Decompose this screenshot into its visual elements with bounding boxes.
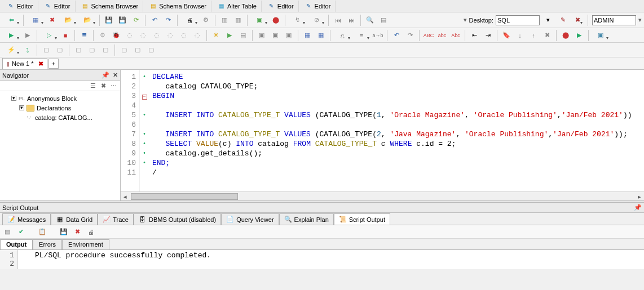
redo-button[interactable]: ↷ — [162, 14, 174, 26]
tbr2-undo[interactable]: ↶ — [390, 29, 403, 42]
last-button[interactable]: ⏭ — [345, 14, 358, 26]
undo-button[interactable]: ↶ — [148, 14, 161, 26]
dim-8[interactable]: ◌ — [191, 29, 204, 42]
tbr2-4[interactable]: ▣ — [255, 29, 268, 42]
scroll-thumb[interactable] — [131, 193, 238, 200]
rec-play-button[interactable]: ▶ — [573, 29, 585, 42]
sql-recall-button[interactable]: ▦▾ — [27, 14, 45, 26]
tree-declarations[interactable]: ▾ Declarations — [19, 103, 117, 113]
ot-check[interactable]: ✔ — [16, 227, 26, 237]
tb-6[interactable]: ⊘▾ — [307, 14, 325, 26]
collapse-icon[interactable]: ▾ — [11, 96, 16, 101]
rec-stop-button[interactable]: ⬤ — [559, 29, 572, 42]
dim-3[interactable]: ◌ — [123, 29, 136, 42]
tab-data-grid[interactable]: ▦Data Grid — [51, 213, 98, 225]
tab-editor-1[interactable]: ✎Editor — [2, 1, 38, 12]
desktop-opt2[interactable]: ✎ — [557, 14, 569, 26]
new-tab-button[interactable]: + — [48, 59, 59, 69]
first-button[interactable]: ⏮ — [332, 14, 344, 26]
doc-tab-new1[interactable]: ▮ New 1 * ✖ — [2, 58, 47, 69]
tb-2[interactable]: ▥ — [232, 14, 244, 26]
save-all-button[interactable]: 💾 — [116, 14, 129, 26]
subtab-errors[interactable]: Errors — [33, 239, 62, 249]
dim-4[interactable]: ◌ — [137, 29, 149, 42]
tbr2-10[interactable]: ≡▾ — [352, 29, 370, 42]
output-text[interactable]: PL/SQL procedure successfully completed. — [18, 250, 644, 269]
tab-trace[interactable]: 📈Trace — [98, 213, 134, 225]
tbr2-5[interactable]: ▣ — [269, 29, 281, 42]
tab-editor-2[interactable]: ✎Editor — [39, 1, 76, 12]
save-button[interactable]: 💾 — [103, 14, 115, 26]
tbr2-9[interactable]: ⎌▾ — [333, 29, 351, 42]
close-icon[interactable]: ✕ — [113, 72, 118, 79]
aux-9[interactable]: ▢ — [131, 44, 144, 56]
run-selected-button[interactable]: ▷▾ — [40, 29, 58, 42]
tbr2-7[interactable]: ▦ — [301, 29, 314, 42]
execute-button[interactable]: ▶▾ — [2, 29, 20, 42]
tbr2-last[interactable]: ▣▾ — [592, 29, 610, 42]
tbr2-3[interactable]: ▤ — [237, 29, 249, 42]
user-drop-icon[interactable]: ▾ — [638, 16, 642, 24]
bug-button[interactable]: 🐞 — [110, 29, 122, 42]
back-button[interactable]: ⇐▾ — [2, 14, 20, 26]
tb-3[interactable]: ▣▾ — [250, 14, 268, 26]
aux-7[interactable]: ▢ — [99, 44, 112, 56]
collapse-icon[interactable]: ▾ — [19, 105, 24, 110]
ot-clear[interactable]: ✖ — [72, 227, 82, 237]
options-button[interactable]: ⚙ — [200, 14, 212, 26]
bookmark-clear-button[interactable]: ✖ — [541, 29, 553, 42]
tbr2-redo[interactable]: ↷ — [404, 29, 416, 42]
open-recent-button[interactable]: 📂▾ — [78, 14, 96, 26]
nav-btn-2[interactable]: ✖ — [99, 82, 108, 90]
user-select[interactable] — [592, 15, 636, 25]
tb-5[interactable]: ↯▾ — [288, 14, 306, 26]
nav-btn-3[interactable]: ⋯ — [109, 82, 118, 90]
desktop-opt3[interactable]: ✖▾ — [571, 14, 584, 26]
horizontal-scrollbar[interactable]: ◂ ▸ — [121, 191, 644, 200]
aux-5[interactable]: ▢ — [72, 44, 85, 56]
tbr2-11[interactable]: a→b — [372, 29, 384, 42]
lowercase-button[interactable]: abc — [436, 29, 448, 42]
indent-button[interactable]: ⇥ — [482, 29, 494, 42]
aux-10[interactable]: ▢ — [145, 44, 157, 56]
aux-6[interactable]: ▢ — [86, 44, 98, 56]
tree-leaf-catalog[interactable]: ⸪ catalog: CATALOG... — [27, 113, 117, 122]
dim-7[interactable]: ◌ — [178, 29, 190, 42]
pin-icon[interactable]: 📌 — [634, 204, 642, 211]
print-button[interactable]: 🖨▾ — [180, 14, 199, 26]
code-editor[interactable]: 1234567891011 • − • •••• DECLARE catalog… — [121, 70, 644, 200]
tbr2-8[interactable]: ▦ — [315, 29, 327, 42]
aux-4[interactable]: ▢ — [54, 44, 66, 56]
tab-dbms-output[interactable]: 🗄DBMS Output (disabled) — [134, 213, 221, 225]
ot-toggle[interactable]: ▤ — [2, 227, 12, 237]
outdent-button[interactable]: ⇤ — [468, 29, 480, 42]
drop-icon[interactable]: ▾ — [464, 16, 467, 24]
nav-btn-1[interactable]: ☰ — [89, 82, 98, 90]
open-button[interactable]: 📂▾ — [59, 14, 77, 26]
tab-schema-2[interactable]: ▤Schema Browser — [144, 1, 211, 12]
tb-9[interactable]: ▤ — [377, 14, 390, 26]
stop-button[interactable]: ■ — [59, 29, 72, 42]
tab-messages[interactable]: 📝Messages — [2, 213, 51, 225]
tab-schema-1[interactable]: ▤Schema Browser — [77, 1, 144, 12]
aux-8[interactable]: ▢ — [118, 44, 130, 56]
tab-alter-table[interactable]: ▦Alter Table — [213, 1, 262, 12]
dim-1[interactable]: ⚙ — [96, 29, 109, 42]
subtab-output[interactable]: Output — [0, 239, 33, 249]
tree-root[interactable]: ▾ PL Anonymous Block — [11, 93, 117, 103]
find-button[interactable]: 🔍 — [364, 14, 376, 26]
tab-explain-plan[interactable]: 🔍Explain Plan — [279, 213, 334, 225]
tbr2-6[interactable]: ▣ — [283, 29, 295, 42]
ot-save[interactable]: 💾 — [59, 227, 69, 237]
desktop-input[interactable] — [496, 15, 540, 25]
ot-print[interactable]: 🖨 — [86, 227, 96, 237]
tab-editor-3[interactable]: ✎Editor — [263, 1, 299, 12]
tab-script-output[interactable]: 📜Script Output — [334, 213, 390, 225]
uppercase-button[interactable]: ABC — [422, 29, 435, 42]
scroll-left-icon[interactable]: ◂ — [121, 192, 130, 201]
bookmark-next-button[interactable]: ↓ — [514, 29, 526, 42]
pin-icon[interactable]: 📌 — [102, 72, 109, 79]
fold-icon[interactable]: − — [142, 95, 147, 100]
refresh-button[interactable]: ⟳ — [130, 14, 142, 26]
dim-5[interactable]: ◌ — [151, 29, 163, 42]
